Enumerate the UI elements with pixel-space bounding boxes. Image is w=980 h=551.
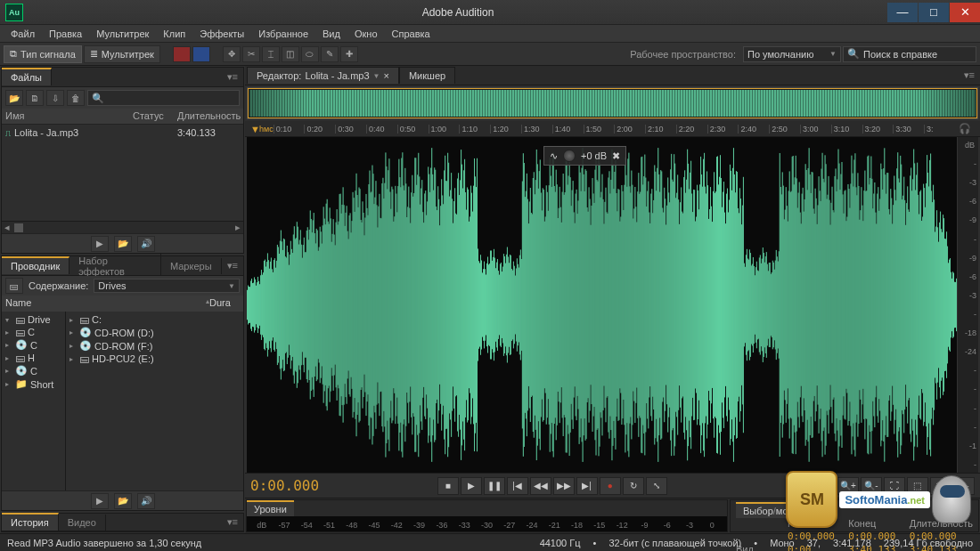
menu-effects[interactable]: Эффекты [192,27,251,41]
pause-button[interactable]: ❚❚ [484,477,505,495]
svg-rect-727 [891,199,892,412]
heal-tool[interactable]: ✚ [340,46,358,62]
files-hscroll[interactable]: ◂▸ [2,221,243,233]
mixer-tab[interactable]: Микшер [399,67,455,84]
file-row[interactable]: ⎍ Lolita - Ja.mp3 3:40.133 [2,125,243,141]
svg-rect-140 [370,192,371,417]
svg-rect-774 [933,185,934,425]
zoom-in-button[interactable]: 🔍+ [837,477,859,495]
zoom-out-v-button[interactable]: ⇕- [953,477,975,495]
selection-tab[interactable]: Выбор/мое [736,502,801,518]
open-file-button[interactable]: 📂 [5,90,23,106]
brush-tool[interactable]: ✎ [321,46,339,62]
autoplay-button[interactable]: 📂 [114,493,132,509]
menu-file[interactable]: Файл [4,27,42,41]
marquee-tool[interactable]: ◫ [282,46,299,62]
gain-hud[interactable]: ∿ +0 dB ✖ [543,146,626,166]
waveform-display[interactable]: dB --3-6-9--9-6-3- -18-24-----1- [247,137,978,473]
timecode-display[interactable]: 0:00.000 [250,477,348,494]
svg-rect-492 [682,214,683,397]
svg-rect-238 [457,179,458,432]
chevron-down-icon[interactable]: ▼ [373,72,380,80]
ffwd-button[interactable]: ▶▶ [553,477,575,495]
svg-rect-608 [786,187,787,423]
effects-rack-tab[interactable]: Набор эффектов [69,253,161,280]
svg-rect-505 [694,190,695,419]
preview-play-button[interactable]: ▶ [91,236,109,252]
play-button[interactable]: ▶ [461,477,482,495]
timeline-ruler[interactable]: ▼ hмс 0:100:200:300:400:501:001:101:201:… [245,121,980,137]
menu-help[interactable]: Справка [385,27,437,41]
svg-rect-126 [358,207,359,402]
maximize-button[interactable]: □ [919,3,949,22]
move-tool[interactable]: ✥ [223,46,241,62]
levels-tab[interactable]: Уровни [247,500,294,516]
zoom-out-button[interactable]: 🔍- [861,477,882,495]
new-file-button[interactable]: 🗎 [26,90,44,106]
zoom-sel-button[interactable]: ⬚ [907,477,928,495]
svg-rect-683 [852,174,853,437]
lasso-tool[interactable]: ⬭ [301,46,319,62]
multitrack-mode-button[interactable]: ≣Мультитрек [84,45,160,63]
help-search[interactable]: 🔍Поиск в справке [843,46,976,62]
panel-menu-icon[interactable]: ▾≡ [222,71,243,83]
menu-edit[interactable]: Правка [42,27,89,41]
pin-icon[interactable]: ✖ [612,150,620,162]
workspace-select[interactable]: По умолчанию▼ [743,46,841,62]
folder-tree[interactable]: ▾🖴 Drive ▸🖴 C ▸💿 C ▸🖴 H ▸💿 C ▸📁 Short [2,312,66,490]
minimize-button[interactable]: — [887,3,918,22]
preview-play-button[interactable]: ▶ [91,493,109,509]
zoom-full-button[interactable]: ⛶ [884,477,905,495]
menu-clip[interactable]: Клип [156,27,192,41]
drive-icon[interactable]: 🖴 [5,278,23,294]
razor-tool[interactable]: ✂ [242,46,260,62]
stop-button[interactable]: ■ [437,477,459,495]
menu-view[interactable]: Вид [315,27,347,41]
menu-multitrack[interactable]: Мультитрек [89,27,156,41]
editor-tab[interactable]: Редактор: Lolita - Ja.mp3 ▼ × [247,67,399,84]
menu-window[interactable]: Окно [347,27,385,41]
svg-rect-225 [445,181,446,429]
import-button[interactable]: ⇩ [46,90,64,106]
panel-menu-icon[interactable]: ▾≡ [959,69,980,81]
video-tab[interactable]: Видео [59,515,106,531]
svg-rect-279 [494,249,494,361]
loop-button[interactable]: 🔊 [137,236,155,252]
waveform-overview[interactable] [247,87,978,119]
gain-knob[interactable] [563,150,576,162]
waveform-mode-button[interactable]: ⧉Тип сигнала [4,45,82,63]
rewind-button[interactable]: ◀◀ [530,477,551,495]
drive-list[interactable]: ▸🖴 C: ▸💿 CD-ROM (D:) ▸💿 CD-ROM (F:) ▸🖴 H… [66,312,243,490]
close-tab-icon[interactable]: × [384,70,389,81]
svg-rect-410 [609,193,610,416]
svg-rect-589 [769,263,770,347]
skip-selection-button[interactable]: ⤡ [646,477,667,495]
record-button[interactable]: ● [600,477,621,495]
go-end-button[interactable]: ▶| [576,477,598,495]
time-select-tool[interactable]: ⌶ [262,46,280,62]
headphones-icon[interactable]: 🎧 [955,123,975,134]
svg-rect-409 [608,171,609,438]
markers-tab[interactable]: Маркеры [161,258,222,274]
svg-rect-607 [785,210,786,401]
delete-button[interactable]: 🗑 [67,90,85,106]
autoplay-button[interactable]: 📂 [114,236,132,252]
svg-rect-733 [896,168,897,442]
tool-blue[interactable] [192,46,210,62]
playhead-icon[interactable]: ▼ [250,124,259,134]
browser-tab[interactable]: Проводник [2,256,69,274]
loop-playback-button[interactable]: ↻ [623,477,644,495]
content-dropdown[interactable]: Drives▼ [94,279,240,293]
tool-red[interactable] [173,46,191,62]
menu-favorites[interactable]: Избранное [251,27,315,41]
go-start-button[interactable]: |◀ [507,477,528,495]
history-tab[interactable]: История [2,513,59,531]
files-tab[interactable]: Файлы [2,68,52,85]
files-search[interactable]: 🔍 [87,90,240,106]
panel-menu-icon[interactable]: ▾≡ [222,516,243,528]
panel-menu-icon[interactable]: ▾≡ [222,260,243,271]
zoom-in-v-button[interactable]: ⇕+ [930,477,951,495]
loop-button[interactable]: 🔊 [137,493,155,509]
svg-rect-757 [918,195,919,415]
close-button[interactable]: ✕ [950,3,980,22]
